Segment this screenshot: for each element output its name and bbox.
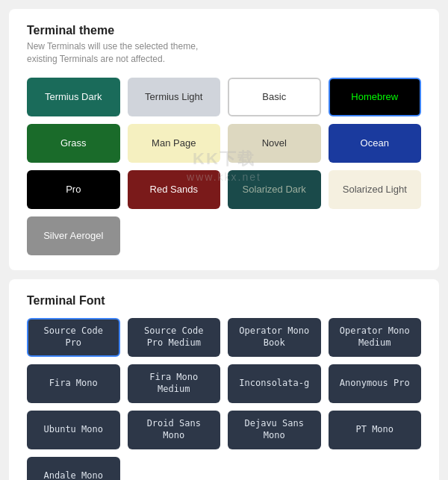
theme-tile-novel[interactable]: Novel [228, 124, 321, 163]
font-tile-fira-mono[interactable]: Fira Mono [27, 364, 120, 403]
theme-tile-termius-dark[interactable]: Termius Dark [27, 78, 120, 116]
theme-tile-basic[interactable]: Basic [228, 78, 321, 116]
terminal-font-section: Terminal Font Source Code ProSource Code… [9, 279, 439, 480]
font-tile-source-code-pro-medium[interactable]: Source Code Pro Medium [128, 318, 221, 357]
theme-tile-silver-aerogel[interactable]: Silver Aerogel [27, 216, 120, 255]
font-tile-fira-mono-medium[interactable]: Fira Mono Medium [128, 364, 221, 403]
theme-tile-grass[interactable]: Grass [27, 124, 120, 163]
font-tile-dejavu-sans-mono[interactable]: Dejavu Sans Mono [228, 411, 321, 449]
font-tile-pt-mono[interactable]: PT Mono [329, 411, 422, 449]
font-tile-ubuntu-mono[interactable]: Ubuntu Mono [27, 411, 120, 449]
font-tile-operator-mono-medium[interactable]: Operator Mono Medium [329, 318, 422, 357]
theme-tile-man-page[interactable]: Man Page [128, 124, 221, 163]
terminal-font-title: Terminal Font [27, 294, 421, 308]
theme-tile-red-sands[interactable]: Red Sands [128, 170, 221, 209]
font-tile-andale-mono[interactable]: Andale Mono [27, 457, 120, 480]
font-tile-droid-sans-mono[interactable]: Droid Sans Mono [128, 411, 221, 449]
theme-tile-pro[interactable]: Pro [27, 170, 120, 209]
font-grid: Source Code ProSource Code Pro MediumOpe… [27, 318, 421, 480]
theme-tile-ocean[interactable]: Ocean [329, 124, 422, 163]
theme-tile-homebrew[interactable]: Homebrew [329, 78, 422, 116]
theme-tile-solarized-light[interactable]: Solarized Light [329, 170, 422, 209]
terminal-theme-section: Terminal theme New Terminals will use th… [9, 9, 439, 270]
theme-tile-termius-light[interactable]: Termius Light [128, 78, 221, 116]
theme-grid: Termius DarkTermius LightBasicHomebrewGr… [27, 78, 421, 255]
font-tile-inconsolata-g[interactable]: Inconsolata-g [228, 364, 321, 403]
theme-tile-solarized-dark[interactable]: Solarized Dark [228, 170, 321, 209]
font-tile-anonymous-pro[interactable]: Anonymous Pro [329, 364, 422, 403]
font-tile-source-code-pro[interactable]: Source Code Pro [27, 318, 120, 357]
terminal-theme-title: Terminal theme [27, 24, 421, 37]
font-tile-operator-mono-book[interactable]: Operator Mono Book [228, 318, 321, 357]
terminal-theme-subtitle: New Terminals will use the selected them… [27, 40, 421, 66]
theme-grid-wrapper: Termius DarkTermius LightBasicHomebrewGr… [27, 78, 421, 255]
